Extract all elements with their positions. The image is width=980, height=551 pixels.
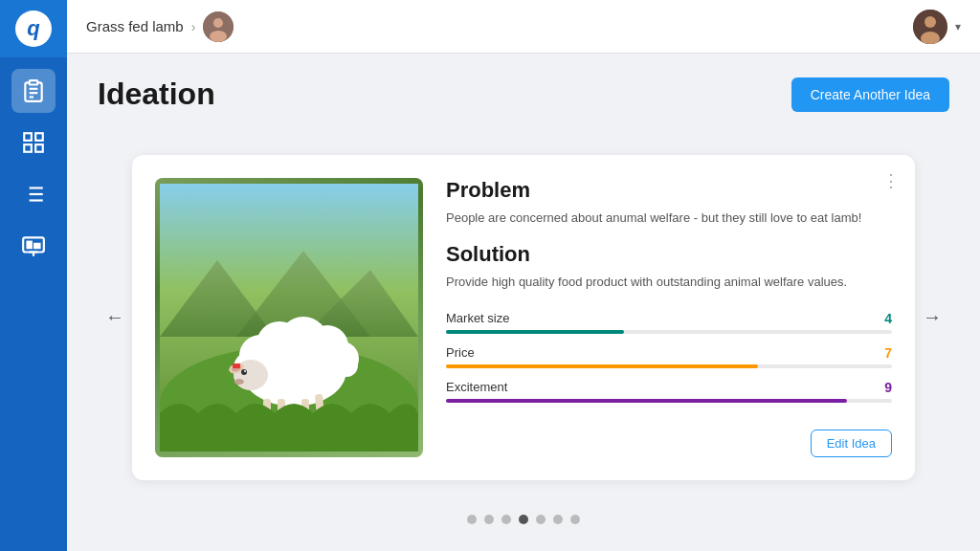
metric-row: Excitement 9	[446, 380, 892, 403]
edit-idea-button[interactable]: Edit Idea	[811, 430, 892, 457]
metric-bar-bg	[446, 364, 892, 368]
svg-point-52	[335, 354, 358, 377]
svg-rect-17	[28, 242, 32, 248]
metric-row: Price 7	[446, 345, 892, 368]
clipboard-icon	[21, 78, 46, 103]
idea-card: ⋮	[132, 155, 915, 480]
svg-point-41	[241, 369, 247, 375]
problem-text: People are concerned about anumal welfar…	[446, 209, 892, 228]
sidebar-nav	[11, 57, 56, 279]
svg-rect-7	[35, 144, 43, 152]
grid-icon	[21, 130, 46, 155]
metric-value: 4	[884, 311, 892, 326]
problem-title: Problem	[446, 178, 892, 203]
svg-point-42	[244, 370, 246, 372]
user-menu-chevron[interactable]: ▾	[955, 20, 961, 33]
svg-point-43	[234, 379, 244, 385]
card-content: Problem People are concerned about anuma…	[446, 178, 892, 457]
svg-rect-0	[30, 80, 38, 84]
sidebar-item-list[interactable]	[11, 172, 56, 216]
pagination-dot[interactable]	[484, 515, 494, 524]
content-area: Ideation Create Another Idea ← ⋮	[67, 54, 980, 551]
metric-label: Price	[446, 345, 475, 360]
pagination-dot[interactable]	[553, 515, 563, 524]
content-header: Ideation Create Another Idea	[98, 77, 949, 112]
breadcrumb-avatar-img	[203, 11, 234, 42]
prev-arrow[interactable]: ←	[98, 300, 132, 335]
metric-bar-bg	[446, 330, 892, 334]
breadcrumb: Grass fed lamb ›	[86, 11, 913, 42]
svg-rect-4	[24, 133, 32, 141]
presentation-icon	[21, 233, 46, 258]
metric-header: Excitement 9	[446, 380, 892, 395]
metric-bar	[446, 364, 758, 368]
breadcrumb-chevron: ›	[191, 19, 196, 34]
metric-header: Market size 4	[446, 311, 892, 326]
pagination-dot[interactable]	[501, 515, 511, 524]
card-area: ← ⋮	[98, 131, 949, 503]
pagination-dot[interactable]	[536, 515, 546, 524]
svg-rect-5	[35, 133, 43, 141]
metric-value: 7	[884, 345, 892, 361]
solution-title: Solution	[446, 242, 892, 267]
svg-rect-40	[233, 364, 240, 368]
sidebar: q	[0, 0, 67, 551]
page-title: Ideation	[98, 77, 215, 112]
metric-row: Market size 4	[446, 311, 892, 334]
metrics: Market size 4 Price 7 Excitement 9	[446, 311, 892, 403]
logo-circle: q	[15, 11, 52, 47]
metric-label: Market size	[446, 311, 509, 325]
main-content: Grass fed lamb › ▾ Ideati	[67, 0, 980, 551]
svg-rect-18	[34, 244, 39, 248]
pagination-dot[interactable]	[519, 515, 528, 524]
pagination-dots	[98, 503, 949, 528]
pagination-dot[interactable]	[467, 515, 477, 524]
topbar: Grass fed lamb › ▾	[67, 0, 980, 54]
card-menu-icon[interactable]: ⋮	[882, 170, 900, 191]
pagination-dot[interactable]	[570, 515, 580, 524]
next-arrow[interactable]: →	[915, 300, 949, 335]
sheep-image	[155, 178, 423, 457]
create-another-idea-button[interactable]: Create Another Idea	[791, 77, 949, 112]
sidebar-item-clipboard[interactable]	[11, 69, 56, 113]
breadcrumb-text: Grass fed lamb	[86, 18, 184, 34]
solution-text: Provide high quality food product with o…	[446, 273, 892, 292]
metric-value: 9	[884, 380, 892, 395]
sheep-svg	[160, 184, 418, 452]
svg-rect-6	[24, 144, 32, 152]
svg-point-23	[924, 16, 936, 28]
breadcrumb-avatar	[203, 11, 234, 42]
metric-header: Price 7	[446, 345, 892, 361]
topbar-right: ▾	[913, 10, 961, 44]
svg-point-20	[213, 18, 223, 28]
metric-label: Excitement	[446, 380, 507, 394]
sidebar-logo[interactable]: q	[0, 0, 67, 57]
metric-bar-bg	[446, 399, 892, 403]
user-avatar-img	[913, 10, 947, 44]
svg-point-21	[210, 31, 227, 42]
sidebar-item-grid[interactable]	[11, 121, 56, 165]
metric-bar	[446, 330, 624, 334]
logo-icon: q	[27, 16, 39, 41]
user-avatar[interactable]	[913, 10, 947, 44]
metric-bar	[446, 399, 847, 403]
sidebar-item-presentation[interactable]	[11, 224, 56, 268]
card-image	[155, 178, 423, 457]
list-icon	[21, 182, 46, 207]
